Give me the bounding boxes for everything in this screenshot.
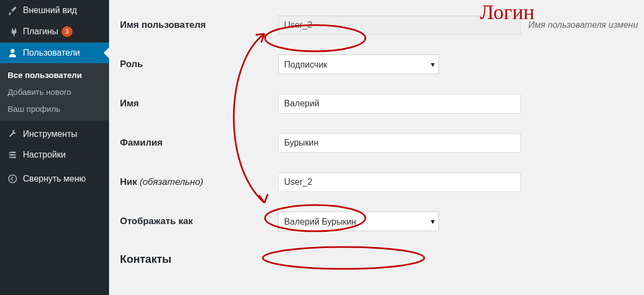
- sidebar-item-label: Настройки: [23, 150, 65, 160]
- sidebar-sub-add-new[interactable]: Добавить нового: [0, 83, 109, 100]
- role-label: Роль: [120, 59, 278, 70]
- sidebar-item-label: Инструменты: [23, 129, 77, 139]
- sidebar-sub-all-users[interactable]: Все пользователи: [0, 67, 109, 83]
- lastname-label: Фамилия: [120, 137, 278, 148]
- sidebar-item-collapse[interactable]: Свернуть меню: [0, 168, 109, 189]
- plugins-update-badge: 3: [62, 26, 73, 37]
- username-hint: Имя пользователя измени: [528, 20, 638, 30]
- lastname-input[interactable]: [278, 133, 521, 153]
- firstname-input[interactable]: [278, 94, 521, 113]
- sidebar-item-plugins[interactable]: Плагины 3: [0, 21, 109, 43]
- svg-point-3: [9, 175, 16, 183]
- nickname-input[interactable]: [278, 172, 521, 192]
- cut-off-heading: [120, 0, 633, 5]
- admin-sidebar: Внешний вид Плагины 3 Пользователи Все п…: [0, 0, 109, 295]
- row-display-name: Отображать как Валерий Бурыкин: [120, 202, 633, 241]
- sidebar-submenu-users: Все пользователи Добавить нового Ваш про…: [0, 63, 109, 121]
- svg-point-1: [10, 154, 13, 156]
- nickname-label: Ник (обязательно): [120, 177, 278, 188]
- contacts-heading: Контакты: [120, 241, 633, 266]
- sidebar-item-label: Плагины: [23, 27, 58, 37]
- sidebar-item-tools[interactable]: Инструменты: [0, 124, 109, 145]
- row-role: Роль Подписчик: [120, 45, 633, 84]
- wrench-icon: [7, 129, 19, 139]
- role-select[interactable]: Подписчик: [278, 55, 439, 74]
- collapse-icon: [7, 174, 19, 184]
- sliders-icon: [7, 150, 19, 160]
- firstname-label: Имя: [120, 98, 278, 109]
- main-content: Логин Имя пользователя User_2 Имя пользо…: [109, 0, 644, 295]
- row-nickname: Ник (обязательно): [120, 162, 633, 202]
- display-name-select[interactable]: Валерий Бурыкин: [278, 212, 439, 231]
- row-username: Имя пользователя User_2 Имя пользователя…: [120, 5, 633, 45]
- display-label: Отображать как: [120, 216, 278, 227]
- sidebar-item-label: Пользователи: [23, 48, 80, 58]
- sidebar-sub-your-profile[interactable]: Ваш профиль: [0, 100, 109, 117]
- sidebar-item-settings[interactable]: Настройки: [0, 145, 109, 165]
- row-firstname: Имя: [120, 84, 633, 123]
- sidebar-item-appearance[interactable]: Внешний вид: [0, 0, 109, 21]
- brush-icon: [7, 5, 19, 15]
- annotation-login-label: Логин: [480, 0, 534, 24]
- plug-icon: [7, 27, 19, 37]
- row-lastname: Фамилия: [120, 123, 633, 162]
- user-icon: [7, 48, 19, 58]
- sidebar-item-label: Внешний вид: [23, 5, 77, 15]
- svg-point-2: [14, 156, 16, 159]
- sidebar-item-label: Свернуть меню: [23, 174, 86, 184]
- sidebar-item-users[interactable]: Пользователи: [0, 43, 109, 63]
- svg-point-0: [13, 152, 15, 154]
- username-label: Имя пользователя: [120, 20, 278, 31]
